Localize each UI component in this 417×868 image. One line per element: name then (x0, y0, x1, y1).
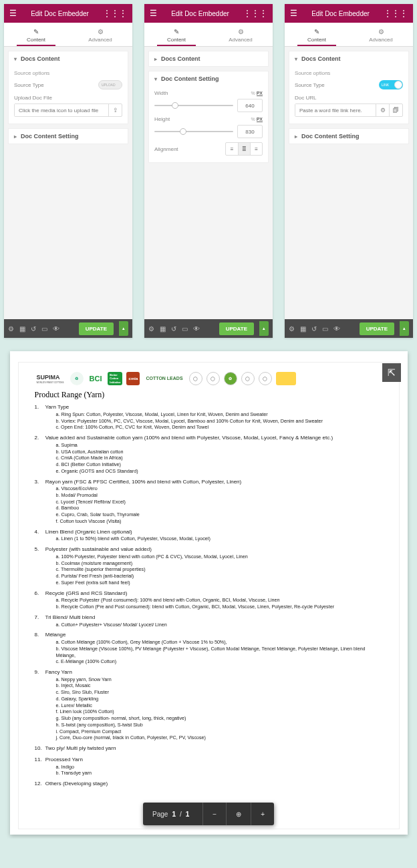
doc-subitem: a. Indigo (56, 764, 383, 771)
panel-upload: ☰ Edit Doc Embedder ⋮⋮⋮ ✎ Content ⚙ Adva… (4, 4, 132, 338)
doc-subitem: b. Vortex: Polyester 100%, PC, CVC, Visc… (56, 418, 383, 425)
menu-icon[interactable]: ☰ (150, 9, 157, 18)
update-caret[interactable]: ▴ (119, 321, 128, 336)
settings-icon[interactable]: ⚙ (148, 325, 154, 333)
update-button[interactable]: UPDATE (360, 322, 394, 335)
open-external-icon[interactable]: ⇱ (382, 363, 401, 382)
doc-subitem: b. Viscose Mélange (Viscose 100%), PV Mé… (56, 646, 383, 658)
doc-subitem: b. Recycle Cotton (Pre and Post consumed… (56, 604, 383, 610)
doc-subitem: b. Modal/ Promodal (56, 492, 383, 499)
logo-cmia: cmia (126, 372, 140, 385)
doc-subitem: d. Galaxy, Sparkling (56, 696, 383, 702)
doc-url-input[interactable] (295, 104, 376, 116)
section-docs-content[interactable]: ▾ Docs Content (9, 51, 128, 66)
preview-icon[interactable]: 👁 (193, 325, 200, 333)
doc-subitem: a. Linen (1 to 50%) blend with Cotton, P… (56, 535, 383, 542)
logo-cotton-leads: COTTON LEADS (144, 372, 184, 385)
doc-item: 7. Tri Blend/ Multi blenda. Cotton+ Poly… (35, 614, 383, 628)
section-docs-content[interactable]: ▾ Docs Content (289, 51, 408, 66)
history-icon[interactable]: ↺ (171, 325, 176, 333)
upload-icon[interactable]: ⇪ (108, 104, 122, 116)
doc-subitem: d. BCI (Better Cotton Initiative) (56, 461, 383, 468)
update-caret[interactable]: ▴ (259, 321, 269, 336)
menu-icon[interactable]: ☰ (9, 9, 17, 18)
height-input[interactable] (237, 125, 263, 138)
panel-title: Edit Doc Embedder (311, 10, 370, 17)
apps-icon[interactable]: ⋮⋮⋮ (384, 9, 408, 18)
width-label: Width (154, 90, 168, 96)
unit-toggle[interactable]: % PX (251, 91, 263, 95)
section-docs-content[interactable]: ▸ Docs Content (149, 51, 268, 66)
doc-title: Product Range (Yarn) (35, 389, 383, 400)
responsive-icon[interactable]: ▭ (41, 325, 47, 333)
navigator-icon[interactable]: ▦ (160, 325, 166, 333)
caret-down-icon: ▾ (295, 56, 297, 62)
unit-toggle[interactable]: % PX (251, 117, 263, 122)
update-caret[interactable]: ▴ (400, 321, 409, 336)
doc-page: SUPIMAWORLD'S FINEST COTTONS ♻ BCI Bette… (18, 362, 400, 829)
logo-cert4: ◯ (241, 372, 255, 385)
doc-subitem: a. Cotton Mélange (100% Cotton), Grey Mé… (56, 639, 383, 646)
tab-advanced[interactable]: ⚙ Advanced (68, 23, 132, 46)
source-type-toggle[interactable]: LINK (379, 80, 403, 89)
section-doc-setting[interactable]: ▸ Doc Content Setting (9, 129, 128, 144)
history-icon[interactable]: ↺ (31, 325, 36, 333)
update-button[interactable]: UPDATE (219, 322, 254, 335)
doc-subitem: d. Bamboo (56, 505, 383, 511)
tab-content[interactable]: ✎ Content (285, 23, 349, 46)
caret-right-icon: ▸ (154, 56, 157, 62)
align-center[interactable]: ≣ (238, 143, 250, 155)
width-input[interactable] (237, 99, 263, 112)
apps-icon[interactable]: ⋮⋮⋮ (103, 9, 127, 18)
preview-icon[interactable]: 👁 (333, 325, 340, 333)
link-history-icon[interactable]: 🗐 (389, 104, 402, 116)
apps-icon[interactable]: ⋮⋮⋮ (243, 9, 267, 18)
upload-input[interactable] (15, 104, 108, 116)
tab-advanced[interactable]: ⚙ Advanced (349, 23, 413, 46)
section-doc-setting[interactable]: ▸ Doc Content Setting (289, 129, 408, 144)
doc-subitem: b. Coolmax (moisture management) (56, 560, 383, 567)
doc-subitem: f. Cotton touch Viscose (Visita) (56, 518, 383, 525)
doc-subitem: j. Core, Duo-core (normal, black in Cott… (56, 734, 383, 741)
doc-subitem: c. Thermolite (superior thermal properti… (56, 566, 383, 573)
doc-subitem: b. Inject, Mosaic (56, 682, 383, 689)
panel-header: ☰ Edit Doc Embedder ⋮⋮⋮ (285, 4, 413, 23)
navigator-icon[interactable]: ▦ (19, 325, 25, 333)
logo-supima: SUPIMAWORLD'S FINEST COTTONS (35, 372, 66, 385)
align-right[interactable]: ≡ (250, 143, 262, 155)
responsive-icon[interactable]: ▭ (322, 325, 328, 333)
tab-content[interactable]: ✎ Content (4, 23, 68, 46)
zoom-out-button[interactable]: − (202, 803, 226, 825)
panel-title: Edit Doc Embedder (171, 10, 229, 17)
align-left[interactable]: ≡ (226, 143, 238, 155)
width-slider[interactable] (154, 105, 233, 106)
doc-item: 9. Fancy Yarna. Neppy yarn, Snow Yarnb. … (35, 669, 383, 741)
source-type-toggle[interactable]: UPLOAD (98, 80, 122, 89)
link-options-icon[interactable]: ⚙ (376, 104, 389, 116)
doc-subitem: a. Cotton+ Polyester+ Viscose/ Modal/ Ly… (56, 622, 383, 628)
preview-icon[interactable]: 👁 (53, 325, 59, 333)
doc-item: 4. Linen Blend (Organic Linen optional)a… (35, 529, 383, 543)
panel-header: ☰ Edit Doc Embedder ⋮⋮⋮ (4, 4, 132, 23)
tab-content[interactable]: ✎ Content (144, 23, 208, 46)
logo-cert1: ◯ (189, 372, 202, 385)
section-doc-setting[interactable]: ▾ Doc Content Setting (149, 71, 268, 86)
gear-icon: ⚙ (378, 28, 384, 35)
settings-icon[interactable]: ⚙ (289, 325, 295, 333)
zoom-in-button[interactable]: + (251, 803, 274, 825)
logo-strip: SUPIMAWORLD'S FINEST COTTONS ♻ BCI Bette… (35, 372, 383, 385)
zoom-reset-button[interactable]: ⊕ (226, 803, 251, 825)
doc-subitem: a. Supima (56, 442, 383, 449)
update-button[interactable]: UPDATE (79, 322, 114, 335)
logo-bci: BCI (88, 372, 104, 385)
doc-item: 3. Rayon yarn (FSC & PFSC Certified, 100… (35, 479, 383, 525)
settings-icon[interactable]: ⚙ (8, 325, 14, 333)
height-slider[interactable] (154, 131, 233, 132)
responsive-icon[interactable]: ▭ (182, 325, 188, 333)
navigator-icon[interactable]: ▦ (300, 325, 306, 333)
tab-advanced[interactable]: ⚙ Advanced (208, 23, 273, 46)
doc-subitem: f. Linen look (100% Cotton) (56, 708, 383, 715)
history-icon[interactable]: ↺ (311, 325, 317, 333)
menu-icon[interactable]: ☰ (290, 9, 297, 18)
doc-subitem: c. CmiA (Cotton Made in Africa) (56, 455, 383, 461)
